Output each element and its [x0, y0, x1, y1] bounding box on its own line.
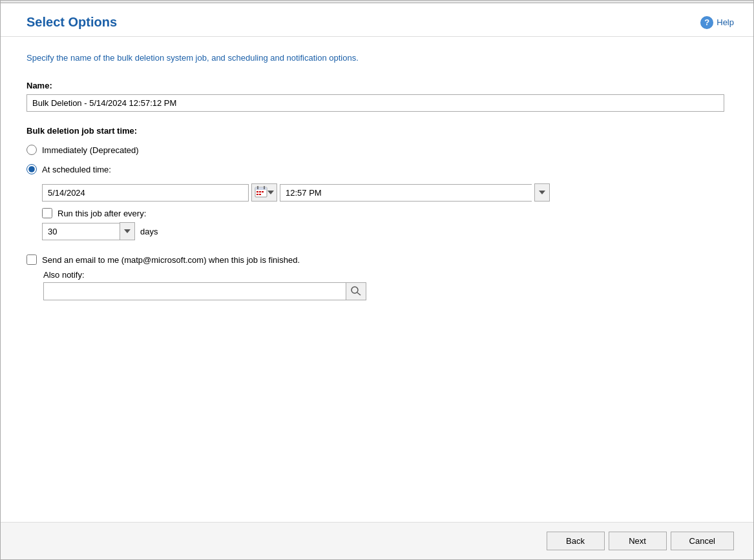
days-unit: days [140, 227, 158, 236]
svg-rect-7 [257, 194, 258, 195]
email-row: Send an email to me (matp@microsoft.com)… [26, 254, 728, 265]
date-input[interactable] [42, 184, 249, 202]
immediately-label[interactable]: Immediately (Deprecated) [42, 145, 139, 155]
name-group: Name: [26, 81, 728, 112]
calendar-icon [255, 186, 267, 200]
svg-line-10 [357, 293, 361, 295]
cancel-button[interactable]: Cancel [671, 532, 734, 550]
days-input[interactable] [42, 223, 120, 240]
scheduled-label[interactable]: At scheduled time: [42, 165, 111, 174]
recur-label[interactable]: Run this job after every: [58, 209, 146, 218]
calendar-dropdown-icon [267, 191, 274, 194]
recur-row: Run this job after every: [42, 208, 728, 218]
name-input[interactable] [26, 94, 724, 112]
main-content: Specify the name of the bulk deletion sy… [1, 37, 753, 522]
start-time-group: Bulk deletion job start time: Immediatel… [26, 126, 728, 240]
header: Select Options ? Help [1, 3, 753, 37]
email-section: Send an email to me (matp@microsoft.com)… [26, 254, 728, 300]
also-notify-row: Also notify: [43, 270, 728, 300]
svg-rect-8 [259, 194, 261, 195]
time-chevron-icon [539, 191, 545, 194]
description-text: Specify the name of the bulk deletion sy… [26, 53, 728, 63]
help-label: Help [717, 17, 734, 27]
help-link[interactable]: ? Help [700, 16, 734, 29]
immediately-radio[interactable] [26, 145, 37, 155]
notify-search-button[interactable] [346, 282, 366, 300]
start-time-label: Bulk deletion job start time: [26, 126, 728, 136]
days-row: days [42, 222, 728, 240]
svg-rect-1 [255, 187, 267, 190]
email-checkbox[interactable] [26, 254, 37, 265]
svg-point-9 [351, 287, 358, 293]
notify-input[interactable] [43, 282, 346, 300]
email-label[interactable]: Send an email to me (matp@microsoft.com)… [42, 255, 300, 265]
svg-rect-5 [259, 191, 261, 192]
scheduled-option: At scheduled time: [26, 164, 728, 174]
page-title: Select Options [26, 15, 117, 30]
page-container: Select Options ? Help Specify the name o… [0, 0, 754, 560]
days-dropdown-button[interactable] [120, 222, 135, 240]
svg-rect-6 [262, 191, 264, 192]
time-dropdown-button[interactable] [534, 183, 550, 202]
svg-rect-4 [257, 191, 258, 192]
calendar-button[interactable] [251, 183, 277, 202]
footer: Back Next Cancel [1, 522, 753, 559]
next-button[interactable]: Next [609, 532, 667, 550]
recur-checkbox[interactable] [42, 208, 52, 218]
days-chevron-icon [124, 229, 131, 233]
back-button[interactable]: Back [547, 532, 605, 550]
also-notify-label: Also notify: [43, 270, 728, 280]
notify-input-wrap [43, 282, 366, 300]
scheduled-row [42, 183, 728, 202]
immediately-option: Immediately (Deprecated) [26, 145, 728, 155]
name-label: Name: [26, 81, 728, 90]
help-icon: ? [700, 16, 713, 29]
time-input[interactable] [280, 184, 532, 202]
scheduled-radio[interactable] [26, 164, 37, 174]
search-icon [350, 285, 362, 298]
